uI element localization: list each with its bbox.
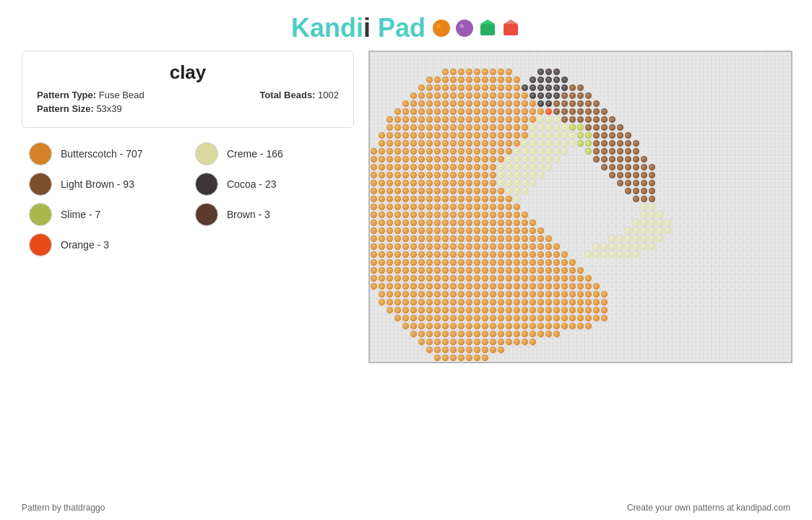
svg-rect-6 bbox=[504, 24, 518, 35]
color-swatch bbox=[29, 142, 52, 165]
color-swatch bbox=[195, 203, 218, 226]
svg-marker-5 bbox=[480, 20, 495, 24]
logo: Kandii Pad bbox=[291, 13, 426, 43]
color-swatch bbox=[29, 173, 52, 196]
logo-icon-4 bbox=[501, 18, 521, 38]
pattern-meta-row2: Pattern Size: 53x39 bbox=[37, 103, 339, 114]
pattern-beads-value: 1002 bbox=[318, 90, 339, 100]
color-swatch bbox=[29, 203, 52, 226]
logo-icons bbox=[431, 18, 521, 38]
footer: Pattern by thatdraggo Create your own pa… bbox=[0, 503, 812, 513]
left-panel: clay Pattern Type: Fuse Bead Total Beads… bbox=[22, 51, 354, 363]
color-label: Creme - 166 bbox=[227, 148, 283, 160]
color-item: Orange - 3 bbox=[29, 233, 181, 256]
footer-cta: Create your own patterns at kandipad.com bbox=[627, 503, 790, 513]
logo-icon-2 bbox=[454, 18, 475, 38]
logo-icon-1 bbox=[431, 18, 452, 38]
color-item: Cocoa - 23 bbox=[195, 173, 347, 196]
color-label: Slime - 7 bbox=[61, 209, 100, 220]
color-swatch bbox=[29, 233, 52, 256]
pattern-size: Pattern Size: 53x39 bbox=[37, 103, 122, 114]
pattern-type-value: Fuse Bead bbox=[99, 90, 144, 100]
logo-space: i bbox=[363, 13, 378, 43]
color-label: Orange - 3 bbox=[61, 239, 109, 251]
header: Kandii Pad bbox=[0, 0, 812, 51]
info-box: clay Pattern Type: Fuse Bead Total Beads… bbox=[22, 51, 354, 128]
pattern-type-label: Pattern Type: Fuse Bead bbox=[37, 90, 144, 100]
svg-point-2 bbox=[456, 20, 473, 37]
svg-point-0 bbox=[433, 20, 450, 37]
color-item: Butterscotch - 707 bbox=[29, 142, 181, 165]
color-item: Light Brown - 93 bbox=[29, 173, 181, 196]
color-label: Brown - 3 bbox=[227, 209, 270, 220]
color-item: Brown - 3 bbox=[195, 203, 347, 226]
right-panel bbox=[368, 51, 792, 363]
pattern-meta-row1: Pattern Type: Fuse Bead Total Beads: 100… bbox=[37, 90, 339, 100]
color-swatch bbox=[195, 173, 218, 196]
color-item: Slime - 7 bbox=[29, 203, 181, 226]
color-label: Cocoa - 23 bbox=[227, 178, 276, 190]
color-swatch bbox=[195, 142, 218, 165]
svg-marker-7 bbox=[504, 20, 518, 24]
main-content: clay Pattern Type: Fuse Bead Total Beads… bbox=[0, 51, 812, 363]
logo-kandi: Kandi bbox=[291, 13, 363, 43]
svg-rect-4 bbox=[480, 24, 495, 35]
footer-credit: Pattern by thatdraggo bbox=[22, 503, 105, 513]
logo-pad: Pad bbox=[378, 13, 426, 43]
color-label: Butterscotch - 707 bbox=[61, 148, 143, 160]
bead-canvas bbox=[368, 51, 792, 363]
color-legend: Butterscotch - 707 Creme - 166 Light Bro… bbox=[22, 142, 354, 256]
color-item: Creme - 166 bbox=[195, 142, 347, 165]
pattern-size-value: 53x39 bbox=[96, 103, 121, 114]
color-label: Light Brown - 93 bbox=[61, 178, 134, 190]
pattern-title: clay bbox=[37, 61, 339, 84]
svg-point-3 bbox=[459, 24, 464, 28]
svg-point-1 bbox=[436, 24, 441, 28]
logo-icon-3 bbox=[478, 18, 498, 38]
pattern-beads: Total Beads: 1002 bbox=[259, 90, 339, 100]
